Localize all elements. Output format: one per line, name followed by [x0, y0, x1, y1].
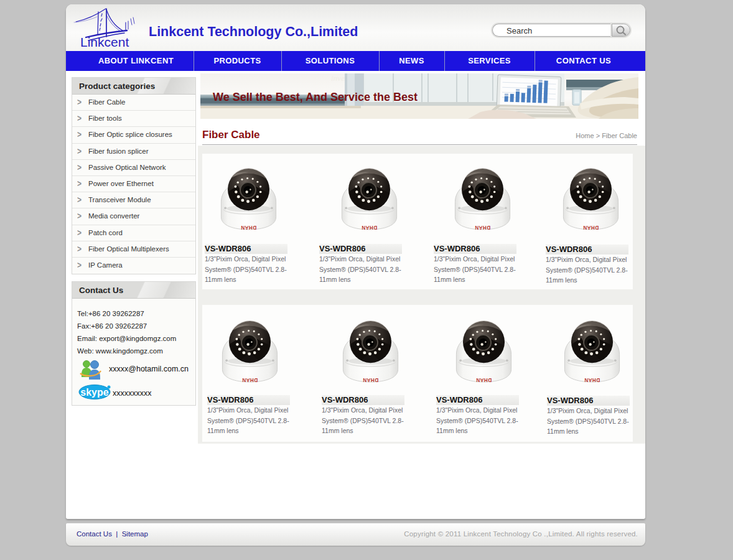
svg-text:Linkcent: Linkcent: [80, 35, 129, 49]
svg-text:skype: skype: [80, 387, 108, 398]
svg-text:We Sell the Best, And Service: We Sell the Best, And Service the Best: [213, 91, 418, 103]
